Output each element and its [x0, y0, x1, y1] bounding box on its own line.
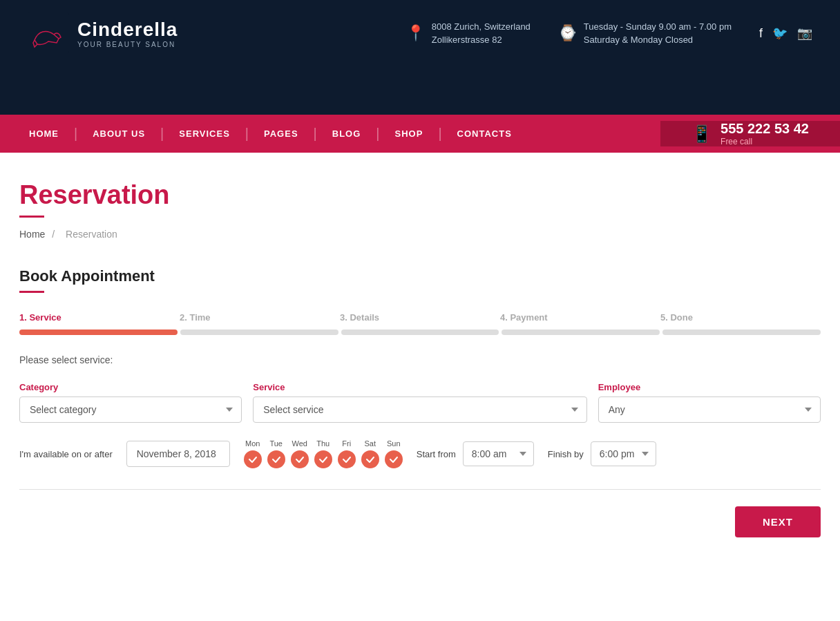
- day-sun-check[interactable]: [385, 450, 403, 468]
- day-mon: Mon: [244, 439, 262, 468]
- day-thu: Thu: [314, 439, 332, 468]
- location-icon: 📍: [406, 24, 425, 42]
- finish-time-select[interactable]: 6:00 pm 7:00 pm 8:00 pm: [591, 441, 656, 466]
- svg-rect-0: [28, 12, 69, 54]
- start-time-group: Start from 8:00 am 9:00 am 10:00 am: [417, 441, 534, 466]
- nav-about[interactable]: ABOUT US: [77, 115, 160, 153]
- day-fri-check[interactable]: [338, 450, 356, 468]
- day-mon-check[interactable]: [244, 450, 262, 468]
- section-underline: [19, 291, 44, 293]
- step-2: 2. Time: [180, 312, 340, 323]
- employee-label: Employee: [598, 382, 821, 392]
- twitter-icon[interactable]: 🐦: [772, 26, 788, 41]
- instagram-icon[interactable]: 📷: [797, 26, 812, 41]
- availability-label: I'm available on or after: [19, 449, 113, 459]
- phone-number: 555 222 53 42: [720, 121, 809, 137]
- logo-text: Cinderella YOUR BEAUTY SALON: [77, 19, 178, 48]
- progress-step-3: [341, 329, 499, 335]
- day-sun: Sun: [385, 439, 403, 468]
- nav-contacts[interactable]: CONTACTS: [442, 115, 527, 153]
- logo-area: Cinderella YOUR BEAUTY SALON: [28, 12, 178, 54]
- facebook-icon[interactable]: f: [759, 26, 763, 41]
- step-4: 4. Payment: [500, 312, 660, 323]
- please-select-label: Please select service:: [19, 354, 821, 365]
- day-tue: Tue: [267, 439, 285, 468]
- progress-step-5: [662, 329, 821, 335]
- day-thu-check[interactable]: [314, 450, 332, 468]
- days-group: Mon Tue Wed Thu: [244, 439, 403, 468]
- day-wed-check[interactable]: [291, 450, 309, 468]
- day-wed: Wed: [291, 439, 309, 468]
- step-1: 1. Service: [19, 312, 180, 323]
- logo-name: Cinderella: [77, 19, 178, 41]
- day-fri: Fri: [338, 439, 356, 468]
- nav-phone: 📱 555 222 53 42 Free call: [660, 121, 840, 146]
- hours-block: ⌚ Tuesday - Sunday 9.00 am - 7.00 pm Sat…: [558, 20, 732, 47]
- service-select[interactable]: Select service: [253, 397, 586, 423]
- category-group: Category Select category: [19, 382, 242, 423]
- hours-text: Tuesday - Sunday 9.00 am - 7.00 pm Satur…: [584, 20, 732, 47]
- title-underline: [19, 216, 44, 218]
- availability-row: I'm available on or after Mon Tue Wed: [19, 439, 821, 468]
- page-title: Reservation: [19, 180, 821, 210]
- free-call-label: Free call: [720, 137, 809, 146]
- navbar: HOME | ABOUT US | SERVICES | PAGES | BLO…: [0, 115, 840, 153]
- service-group: Service Select service: [253, 382, 586, 423]
- breadcrumb: Home / Reservation: [19, 229, 821, 240]
- nav-links: HOME | ABOUT US | SERVICES | PAGES | BLO…: [0, 115, 660, 153]
- clock-icon: ⌚: [558, 24, 577, 42]
- progress-step-2: [180, 329, 338, 335]
- category-label: Category: [19, 382, 242, 392]
- nav-services[interactable]: SERVICES: [164, 115, 245, 153]
- step-5: 5. Done: [660, 312, 821, 323]
- address-text: 8008 Zurich, Switzerland Zollikerstrasse…: [432, 20, 531, 47]
- progress-row: [19, 329, 821, 335]
- day-sat-check[interactable]: [361, 450, 379, 468]
- start-time-select[interactable]: 8:00 am 9:00 am 10:00 am: [463, 441, 534, 466]
- nav-blog[interactable]: BLOG: [317, 115, 376, 153]
- progress-step-1: [19, 329, 178, 335]
- date-input[interactable]: [126, 441, 230, 467]
- logo-icon: [28, 12, 69, 54]
- step-3: 3. Details: [340, 312, 500, 323]
- hero-banner: [0, 66, 840, 115]
- finish-label: Finish by: [548, 449, 584, 459]
- breadcrumb-separator: /: [52, 229, 55, 240]
- nav-home[interactable]: HOME: [14, 115, 74, 153]
- employee-select[interactable]: Any: [598, 397, 821, 423]
- btn-row: NEXT: [19, 506, 821, 537]
- header-top: Cinderella YOUR BEAUTY SALON 📍 8008 Zuri…: [0, 0, 840, 66]
- nav-shop[interactable]: SHOP: [380, 115, 439, 153]
- day-sat: Sat: [361, 439, 379, 468]
- main-content: Reservation Home / Reservation Book Appo…: [6, 153, 834, 565]
- finish-time-group: Finish by 6:00 pm 7:00 pm 8:00 pm: [548, 441, 656, 466]
- breadcrumb-home[interactable]: Home: [19, 229, 45, 240]
- employee-group: Employee Any: [598, 382, 821, 423]
- social-icons: f 🐦 📷: [759, 26, 812, 41]
- phone-icon: 📱: [691, 124, 712, 144]
- nav-pages[interactable]: PAGES: [249, 115, 314, 153]
- category-select[interactable]: Select category: [19, 397, 242, 423]
- header-info: 📍 8008 Zurich, Switzerland Zollikerstras…: [406, 20, 812, 47]
- breadcrumb-current: Reservation: [66, 229, 117, 240]
- service-form-row: Category Select category Service Select …: [19, 382, 821, 423]
- section-title: Book Appointment: [19, 267, 821, 285]
- service-label: Service: [253, 382, 586, 392]
- steps-row: 1. Service 2. Time 3. Details 4. Payment…: [19, 312, 821, 323]
- form-divider: [19, 489, 821, 490]
- logo-tagline: YOUR BEAUTY SALON: [77, 41, 178, 48]
- start-label: Start from: [417, 449, 456, 459]
- progress-step-4: [502, 329, 660, 335]
- day-tue-check[interactable]: [267, 450, 285, 468]
- next-button[interactable]: NEXT: [735, 506, 821, 537]
- address-block: 📍 8008 Zurich, Switzerland Zollikerstras…: [406, 20, 531, 47]
